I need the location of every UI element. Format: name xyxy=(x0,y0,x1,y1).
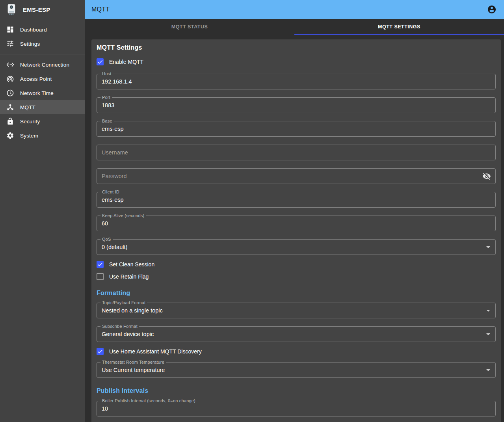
field-label: Keep Alive (seconds) xyxy=(100,213,146,218)
set-clean-session-checkbox[interactable]: Set Clean Session xyxy=(97,259,496,270)
select-value: Nested on a single topic xyxy=(102,303,163,318)
select-value: Use Current temperature xyxy=(102,363,165,377)
sidebar-item-label: Access Point xyxy=(20,76,52,82)
select-value: 0 (default) xyxy=(102,240,127,255)
select-value: General device topic xyxy=(102,327,154,342)
sidebar-group-main: Dashboard Settings xyxy=(0,19,85,54)
clock-icon xyxy=(6,89,14,97)
field-label: Client ID xyxy=(100,190,121,195)
host-row: Host xyxy=(97,74,496,89)
sidebar-item-dashboard[interactable]: Dashboard xyxy=(0,22,85,37)
thermostat-temp-row: Thermostat Room Temperature Use Current … xyxy=(97,362,496,378)
card-heading: MQTT Settings xyxy=(97,44,496,51)
sidebar-item-label: MQTT xyxy=(20,104,35,110)
checkbox-label: Use Retain Flag xyxy=(109,273,149,280)
checkbox-checked-icon xyxy=(97,348,104,355)
password-input[interactable] xyxy=(97,169,495,184)
page-title: MQTT xyxy=(91,6,487,13)
tab-mqtt-status[interactable]: MQTT STATUS xyxy=(85,19,294,35)
sidebar-item-label: System xyxy=(20,133,38,139)
sidebar-item-settings[interactable]: Settings xyxy=(0,37,85,51)
sidebar-item-label: Network Connection xyxy=(20,62,69,68)
sidebar-item-access-point[interactable]: Access Point xyxy=(0,72,85,86)
sidebar: EMS-ESP Dashboard Settings xyxy=(0,0,85,422)
client-id-field: Client ID xyxy=(97,192,496,208)
gear-icon xyxy=(6,132,14,139)
use-retain-flag-checkbox[interactable]: Use Retain Flag xyxy=(97,271,496,282)
client-id-row: Client ID xyxy=(97,192,496,208)
dashboard-icon xyxy=(6,26,14,33)
tab-mqtt-settings[interactable]: MQTT SETTINGS xyxy=(294,19,504,35)
subscribe-format-row: Subscribe Format General device topic xyxy=(97,326,496,342)
port-input[interactable] xyxy=(97,98,495,113)
checkbox-checked-icon xyxy=(97,261,104,268)
host-input[interactable] xyxy=(97,74,495,89)
sidebar-item-network-connection[interactable]: Network Connection xyxy=(0,58,85,72)
port-row: Port xyxy=(97,97,496,113)
wifi-tethering-icon xyxy=(6,75,14,83)
formatting-heading: Formatting xyxy=(97,290,496,297)
base-field: Base xyxy=(97,121,496,137)
keep-alive-input[interactable] xyxy=(97,216,495,231)
thermostat-temp-select[interactable]: Thermostat Room Temperature Use Current … xyxy=(97,362,496,378)
boiler-logo-icon xyxy=(5,3,18,16)
host-field: Host xyxy=(97,74,496,89)
app-root: EMS-ESP Dashboard Settings xyxy=(0,0,504,422)
checkbox-unchecked-icon xyxy=(97,273,104,280)
content-area: MQTT Settings Enable MQTT Host Port xyxy=(85,35,504,422)
app-name: EMS-ESP xyxy=(23,6,50,13)
password-field xyxy=(97,168,496,184)
visibility-off-icon[interactable] xyxy=(482,172,491,180)
username-row xyxy=(97,145,496,160)
field-label: Host xyxy=(100,71,113,76)
sidebar-item-label: Security xyxy=(20,119,40,125)
main-column: MQTT MQTT STATUS MQTT SETTINGS MQTT Sett… xyxy=(85,0,504,422)
ethernet-icon xyxy=(6,61,14,69)
qos-select[interactable]: QoS 0 (default) xyxy=(97,239,496,255)
field-label: Boiler Publish Interval (seconds, 0=on c… xyxy=(100,398,197,403)
password-row xyxy=(97,168,496,184)
checkbox-label: Use Home Assistant MQTT Discovery xyxy=(109,348,202,355)
sidebar-item-security[interactable]: Security xyxy=(0,114,85,128)
username-field xyxy=(97,145,496,160)
topic-format-select[interactable]: Topic/Payload Format Nested on a single … xyxy=(97,303,496,318)
dropdown-arrow-icon xyxy=(486,369,490,371)
username-input[interactable] xyxy=(97,145,495,160)
base-row: Base xyxy=(97,121,496,137)
tab-bar: MQTT STATUS MQTT SETTINGS xyxy=(85,19,504,35)
sidebar-item-network-time[interactable]: Network Time xyxy=(0,86,85,100)
sidebar-item-system[interactable]: System xyxy=(0,128,85,143)
sidebar-item-mqtt[interactable]: MQTT xyxy=(0,100,85,114)
port-field: Port xyxy=(97,97,496,113)
sidebar-item-label: Dashboard xyxy=(20,27,47,33)
sidebar-group-network: Network Connection Access Point Network … xyxy=(0,54,85,146)
tune-icon xyxy=(6,40,14,48)
checkbox-label: Set Clean Session xyxy=(109,261,154,268)
client-id-input[interactable] xyxy=(97,192,495,207)
appbar: MQTT xyxy=(85,0,504,19)
keep-alive-row: Keep Alive (seconds) xyxy=(97,216,496,231)
sidebar-item-label: Settings xyxy=(20,41,40,47)
sidebar-item-label: Network Time xyxy=(20,90,54,96)
enable-mqtt-checkbox[interactable]: Enable MQTT xyxy=(97,57,496,67)
subscribe-format-select[interactable]: Subscribe Format General device topic xyxy=(97,326,496,342)
publish-intervals-heading: Publish Intervals xyxy=(97,387,496,394)
dropdown-arrow-icon xyxy=(486,333,490,335)
boiler-interval-field: Boiler Publish Interval (seconds, 0=on c… xyxy=(97,401,496,416)
checkbox-label: Enable MQTT xyxy=(109,59,143,65)
base-input[interactable] xyxy=(97,121,495,136)
lock-icon xyxy=(6,117,14,125)
dropdown-arrow-icon xyxy=(486,246,490,248)
field-label: Port xyxy=(100,95,112,100)
sidebar-header: EMS-ESP xyxy=(0,0,85,19)
account-circle-icon[interactable] xyxy=(487,5,497,14)
keep-alive-field: Keep Alive (seconds) xyxy=(97,216,496,231)
dropdown-arrow-icon xyxy=(486,310,490,312)
mqtt-settings-card: MQTT Settings Enable MQTT Host Port xyxy=(91,39,501,422)
checkbox-checked-icon xyxy=(97,58,104,65)
ha-discovery-checkbox[interactable]: Use Home Assistant MQTT Discovery xyxy=(97,346,496,357)
field-label: Base xyxy=(100,119,114,124)
boiler-interval-row: Boiler Publish Interval (seconds, 0=on c… xyxy=(97,401,496,416)
device-hub-icon xyxy=(6,103,14,111)
qos-row: QoS 0 (default) xyxy=(97,239,496,255)
